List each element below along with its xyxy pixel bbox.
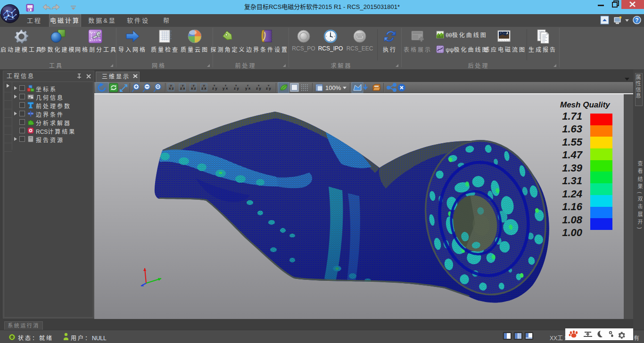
svg-text:y x: y x (245, 86, 251, 90)
svg-text:?: ? (635, 17, 638, 24)
svg-text:z: z (247, 84, 248, 87)
svg-text:z y: z y (266, 86, 271, 90)
svg-text:x z: x z (191, 86, 196, 90)
svg-text:z y: z y (256, 86, 261, 90)
svg-text:z x: z x (201, 86, 206, 90)
svg-text:z: z (225, 84, 226, 87)
svg-text:z y: z y (234, 86, 239, 90)
svg-text:z y: z y (212, 86, 217, 90)
svg-text:y x: y x (223, 86, 228, 90)
svg-text:x z: x z (169, 86, 174, 90)
svg-text:100%: 100% (325, 84, 341, 91)
svg-text:z x: z x (180, 86, 185, 90)
